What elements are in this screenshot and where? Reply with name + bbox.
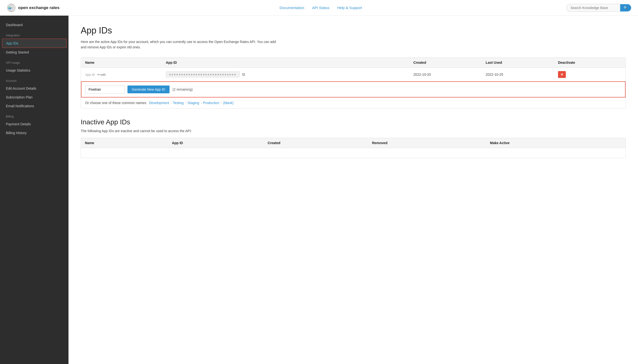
sidebar-item-billing-history[interactable]: Billing History bbox=[0, 128, 69, 137]
sidebar-item-dashboard[interactable]: Dashboard bbox=[0, 20, 69, 29]
remaining-text: (2 remaining) bbox=[172, 88, 192, 91]
pencil-icon: ✏ bbox=[97, 73, 100, 76]
globe-icon: 🌍 bbox=[7, 4, 16, 12]
common-name-development[interactable]: Development bbox=[149, 101, 169, 105]
common-name-staging[interactable]: Staging bbox=[187, 101, 199, 105]
table-row: App ID ✏edit ●●●●●●●●●●●●●●●●●●●●●●●●●●●… bbox=[81, 68, 625, 82]
sidebar: Dashboard Integration App IDs Getting St… bbox=[0, 16, 69, 364]
common-name-blank[interactable]: (blank) bbox=[223, 101, 234, 105]
copy-icon[interactable]: ⧉ bbox=[242, 72, 245, 77]
sidebar-section-api-usage: API Usage bbox=[0, 57, 69, 66]
edit-app-id-link[interactable]: ✏edit bbox=[97, 73, 106, 76]
common-names-prefix: Or choose one of these common names: bbox=[85, 101, 147, 105]
main-content: App IDs Here are the active App IDs for … bbox=[69, 16, 638, 364]
inactive-col-app-id: App ID bbox=[168, 138, 264, 148]
nav-api-status[interactable]: API Status bbox=[312, 6, 330, 10]
sidebar-item-getting-started[interactable]: Getting Started bbox=[0, 48, 69, 57]
row-name-cell: App ID ✏edit bbox=[81, 68, 162, 82]
nav-documentation[interactable]: Documentation bbox=[280, 6, 304, 10]
common-names-cell: Or choose one of these common names: Dev… bbox=[81, 97, 625, 108]
generate-form: Generate New App ID (2 remaining) bbox=[85, 85, 621, 94]
sidebar-item-subscription-plan[interactable]: Subscription Plan bbox=[0, 93, 69, 102]
inactive-col-name: Name bbox=[81, 138, 168, 148]
row-deactivate-cell: ✕ bbox=[554, 68, 625, 82]
col-deactivate: Deactivate bbox=[554, 58, 625, 68]
col-last-used: Last Used bbox=[482, 58, 554, 68]
generate-form-cell: Generate New App ID (2 remaining) bbox=[81, 82, 625, 97]
sidebar-item-payment-details[interactable]: Payment Details bbox=[0, 120, 69, 128]
page-description: Here are the active App IDs for your acc… bbox=[81, 39, 276, 50]
inactive-col-removed: Removed bbox=[368, 138, 486, 148]
col-app-id: App ID bbox=[162, 58, 409, 68]
sidebar-section-integration: Integration bbox=[0, 29, 69, 38]
search-button[interactable]: 🔍 bbox=[620, 4, 631, 12]
inactive-table-empty-row bbox=[81, 148, 625, 158]
header-nav: Documentation API Status Help & Support bbox=[75, 6, 566, 10]
row-app-id-cell: ●●●●●●●●●●●●●●●●●●●●●●●●●●●● ⧉ bbox=[162, 68, 409, 82]
col-created: Created bbox=[409, 58, 482, 68]
search-input[interactable] bbox=[566, 4, 620, 12]
table-header-row: Name App ID Created Last Used Deactivate bbox=[81, 58, 625, 68]
common-names-row: Or choose one of these common names: Dev… bbox=[81, 97, 625, 108]
app-ids-table: Name App ID Created Last Used Deactivate… bbox=[81, 58, 625, 108]
inactive-col-make-active: Make Active bbox=[486, 138, 625, 148]
inactive-empty-message bbox=[81, 148, 625, 158]
inactive-table-header-row: Name App ID Created Removed Make Active bbox=[81, 138, 625, 148]
page-title: App IDs bbox=[81, 26, 626, 36]
generate-new-app-id-button[interactable]: Generate New App ID bbox=[127, 86, 169, 93]
app-id-name-label: App ID bbox=[85, 73, 95, 76]
inactive-section-description: The following App IDs are inactive and c… bbox=[81, 129, 626, 133]
layout: Dashboard Integration App IDs Getting St… bbox=[0, 16, 638, 364]
nav-help-support[interactable]: Help & Support bbox=[337, 6, 362, 10]
deactivate-button[interactable]: ✕ bbox=[558, 71, 566, 78]
common-name-testing[interactable]: Testing bbox=[173, 101, 184, 105]
sidebar-item-edit-account[interactable]: Edit Account Details bbox=[0, 84, 69, 93]
generate-new-id-row: Generate New App ID (2 remaining) bbox=[81, 82, 625, 97]
sidebar-section-billing: Billing bbox=[0, 110, 69, 120]
app-id-masked: ●●●●●●●●●●●●●●●●●●●●●●●●●●●● bbox=[166, 71, 240, 78]
row-last-used-cell: 2022-10-25 bbox=[482, 68, 554, 82]
logo-text: open exchange rates bbox=[18, 5, 60, 10]
header: 🌍 open exchange rates Documentation API … bbox=[0, 0, 638, 16]
active-app-ids-table: Name App ID Created Last Used Deactivate… bbox=[81, 58, 626, 108]
app-id-value: ●●●●●●●●●●●●●●●●●●●●●●●●●●●● ⧉ bbox=[166, 71, 405, 78]
inactive-app-ids-table: Name App ID Created Removed Make Active bbox=[81, 138, 626, 158]
header-search: 🔍 bbox=[566, 4, 631, 12]
common-name-production[interactable]: Production bbox=[203, 101, 219, 105]
search-icon: 🔍 bbox=[623, 6, 628, 10]
row-created-cell: 2022-10-20 bbox=[409, 68, 482, 82]
sidebar-item-email-notifications[interactable]: Email Notifications bbox=[0, 102, 69, 110]
app-id-name-input[interactable] bbox=[85, 85, 124, 94]
inactive-table: Name App ID Created Removed Make Active bbox=[81, 138, 625, 158]
logo: 🌍 open exchange rates bbox=[7, 4, 75, 12]
sidebar-item-usage-statistics[interactable]: Usage Statistics bbox=[0, 66, 69, 75]
svg-text:🌍: 🌍 bbox=[8, 6, 12, 10]
sidebar-item-app-ids[interactable]: App IDs bbox=[2, 38, 67, 48]
inactive-section-title: Inactive App IDs bbox=[81, 118, 626, 126]
col-name: Name bbox=[81, 58, 162, 68]
sidebar-section-account: Account bbox=[0, 75, 69, 84]
inactive-col-created: Created bbox=[264, 138, 368, 148]
